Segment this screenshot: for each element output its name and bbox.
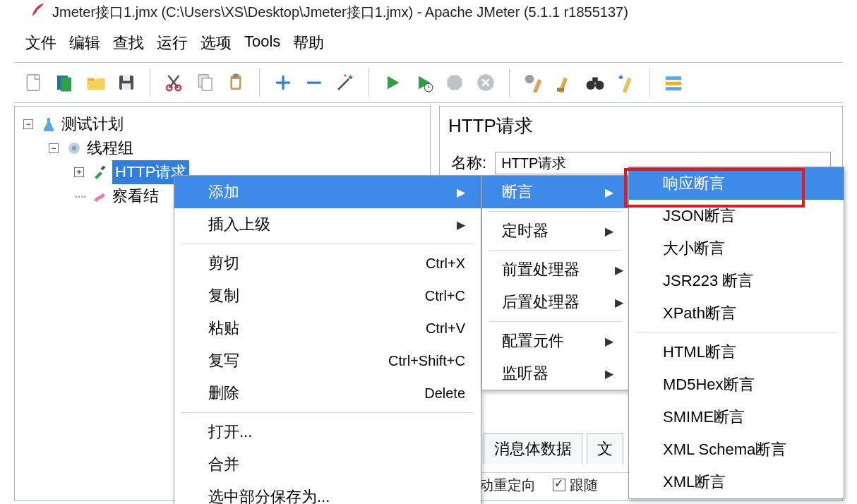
remove-button[interactable] bbox=[299, 68, 329, 97]
sub-listener[interactable]: 监听器▶ bbox=[482, 357, 629, 390]
toolbar-separator bbox=[509, 68, 510, 97]
shutdown-button[interactable] bbox=[471, 68, 501, 97]
menu-edit[interactable]: 编辑 bbox=[65, 31, 104, 55]
cut-button[interactable] bbox=[159, 68, 188, 97]
ctx-open[interactable]: 打开... bbox=[174, 416, 481, 448]
tab-file[interactable]: 文 bbox=[587, 433, 623, 464]
svg-point-17 bbox=[525, 75, 534, 84]
ctx-save-selection[interactable]: 选中部分保存为... bbox=[174, 481, 481, 504]
assert-md5[interactable]: MD5Hex断言 bbox=[629, 368, 844, 401]
ctx-separator bbox=[181, 412, 474, 413]
sub-post[interactable]: 后置处理器▶ bbox=[482, 286, 629, 318]
submenu-arrow-icon: ▶ bbox=[605, 367, 613, 380]
ctx-cut[interactable]: 剪切Ctrl+X bbox=[174, 247, 481, 280]
svg-rect-24 bbox=[666, 82, 682, 85]
save-button[interactable] bbox=[112, 68, 141, 97]
ctx-label: JSON断言 bbox=[663, 205, 736, 227]
menu-tools[interactable]: Tools bbox=[240, 31, 284, 55]
ctx-label: 后置处理器 bbox=[502, 292, 580, 313]
open-button[interactable] bbox=[80, 68, 110, 97]
ctx-delete[interactable]: 删除Delete bbox=[174, 377, 481, 409]
ctx-add[interactable]: 添加 ▶ bbox=[174, 176, 481, 208]
gear-clear-button[interactable] bbox=[518, 68, 548, 97]
assert-size[interactable]: 大小断言 bbox=[629, 232, 844, 265]
svg-point-13 bbox=[349, 76, 352, 79]
assert-json[interactable]: JSON断言 bbox=[629, 200, 844, 232]
ctx-label: 插入上级 bbox=[208, 214, 270, 235]
ctx-label: 打开... bbox=[208, 421, 252, 443]
flask-icon bbox=[40, 116, 57, 133]
wand-button[interactable] bbox=[330, 68, 360, 97]
ctx-label: 删除 bbox=[208, 383, 239, 404]
sub-timers[interactable]: 定时器▶ bbox=[482, 215, 629, 247]
menu-options[interactable]: 选项 bbox=[196, 31, 236, 55]
start-button[interactable] bbox=[378, 68, 407, 97]
svg-rect-23 bbox=[666, 76, 682, 80]
assert-xmlschema[interactable]: XML Schema断言 bbox=[629, 433, 844, 466]
svg-rect-2 bbox=[61, 78, 71, 92]
follow-option[interactable]: 跟随 bbox=[553, 476, 598, 495]
sub-assertions[interactable]: 断言▶ bbox=[482, 176, 629, 208]
ctx-label: 选中部分保存为... bbox=[208, 486, 330, 504]
submenu-arrow-icon: ▶ bbox=[615, 263, 623, 277]
ctx-label: 添加 bbox=[208, 181, 239, 203]
add-button[interactable] bbox=[268, 68, 298, 97]
name-label: 名称: bbox=[451, 152, 486, 174]
ctx-label: HTML断言 bbox=[663, 342, 736, 363]
svg-rect-4 bbox=[123, 76, 130, 81]
tree-item-thread-group[interactable]: − 线程组 bbox=[23, 136, 430, 160]
ctx-duplicate[interactable]: 复写Ctrl+Shift+C bbox=[174, 344, 481, 377]
menu-search[interactable]: 查找 bbox=[109, 31, 148, 55]
tab-body[interactable]: 消息体数据 bbox=[484, 433, 582, 464]
ctx-label: 配置元件 bbox=[502, 330, 564, 352]
assert-smime[interactable]: SMIME断言 bbox=[629, 401, 844, 433]
assert-jsr223[interactable]: JSR223 断言 bbox=[629, 265, 844, 297]
clear-all-button[interactable] bbox=[611, 68, 641, 97]
binoculars-button[interactable] bbox=[580, 68, 610, 97]
checkbox-checked-icon[interactable] bbox=[553, 479, 565, 491]
sub-pre[interactable]: 前置处理器▶ bbox=[482, 253, 629, 286]
menu-run[interactable]: 运行 bbox=[152, 31, 192, 55]
assert-html[interactable]: HTML断言 bbox=[629, 336, 844, 368]
context-menu[interactable]: 添加 ▶ 插入上级 ▶ 剪切Ctrl+X 复制Ctrl+C 粘贴Ctrl+V 复… bbox=[174, 175, 481, 504]
open-template-button[interactable] bbox=[49, 68, 79, 97]
assert-xpath[interactable]: XPath断言 bbox=[629, 297, 844, 330]
option-label: 跟随 bbox=[570, 477, 598, 493]
ctx-shortcut: Ctrl+V bbox=[426, 320, 465, 337]
toolbar-separator bbox=[649, 68, 650, 97]
window-titlebar: Jmeter接口1.jmx (C:\Users\XS\Desktop\Jmete… bbox=[0, 0, 857, 27]
svg-rect-11 bbox=[233, 74, 239, 78]
ctx-label: 前置处理器 bbox=[502, 259, 580, 280]
submenu-arrow-icon: ▶ bbox=[605, 186, 613, 199]
submenu-add[interactable]: 断言▶ 定时器▶ 前置处理器▶ 后置处理器▶ 配置元件▶ 监听器▶ bbox=[481, 175, 630, 390]
ctx-separator bbox=[636, 332, 837, 333]
menu-help[interactable]: 帮助 bbox=[289, 31, 328, 55]
ctx-merge[interactable]: 合并 bbox=[174, 448, 481, 481]
ctx-paste[interactable]: 粘贴Ctrl+V bbox=[174, 312, 481, 344]
collapse-icon[interactable]: − bbox=[23, 119, 33, 129]
assert-xml[interactable]: XML断言 bbox=[629, 466, 844, 498]
svg-rect-5 bbox=[122, 83, 131, 90]
paste-button[interactable] bbox=[221, 68, 251, 97]
toggle-button[interactable] bbox=[659, 68, 688, 97]
ctx-label: 粘贴 bbox=[208, 318, 239, 339]
expand-icon[interactable]: + bbox=[74, 167, 84, 177]
stop-button[interactable] bbox=[440, 68, 469, 97]
collapse-icon[interactable]: − bbox=[49, 143, 59, 153]
tree-label: 线程组 bbox=[87, 136, 133, 160]
tree-item-test-plan[interactable]: − 测试计划 bbox=[23, 112, 430, 136]
copy-button[interactable] bbox=[190, 68, 220, 97]
assert-response[interactable]: 响应断言 bbox=[629, 167, 844, 200]
submenu-assertions[interactable]: 响应断言 JSON断言 大小断言 JSR223 断言 XPath断言 HTML断… bbox=[628, 167, 844, 499]
window-title: Jmeter接口1.jmx (C:\Users\XS\Desktop\Jmete… bbox=[52, 3, 628, 22]
menu-file[interactable]: 文件 bbox=[21, 31, 61, 55]
ctx-copy[interactable]: 复制Ctrl+C bbox=[174, 280, 481, 312]
new-file-button[interactable] bbox=[18, 68, 48, 97]
submenu-arrow-icon: ▶ bbox=[457, 218, 465, 232]
sub-config[interactable]: 配置元件▶ bbox=[482, 325, 629, 357]
dropper-icon bbox=[91, 164, 108, 181]
clear-button[interactable] bbox=[549, 68, 579, 97]
tree-connector: ···· bbox=[74, 184, 85, 208]
ctx-insert-parent[interactable]: 插入上级 ▶ bbox=[174, 208, 481, 241]
start-no-timers-button[interactable] bbox=[409, 68, 438, 97]
